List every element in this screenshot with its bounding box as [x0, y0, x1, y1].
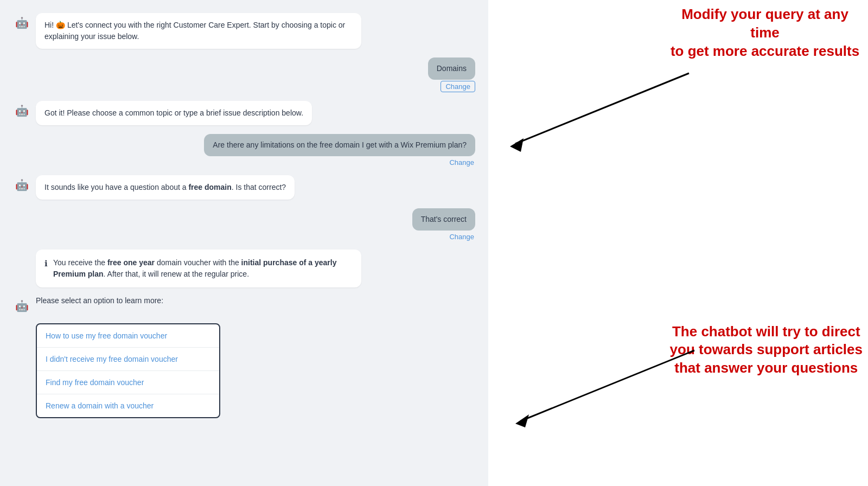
option-4[interactable]: Renew a domain with a voucher — [37, 394, 219, 417]
option-1[interactable]: How to use my free domain voucher — [37, 324, 219, 348]
user-message-question: Are there any limitations on the free do… — [13, 134, 475, 167]
annotation-1: Modify your query at any time to get mor… — [667, 5, 863, 60]
bot-bubble-1: Hi! 🎃 Let's connect you with the right C… — [36, 13, 361, 49]
change-link-correct[interactable]: Change — [449, 233, 474, 241]
annotation-1-line2: to get more accurate results — [671, 43, 859, 59]
arrow-2-svg — [488, 334, 722, 443]
info-text: You receive the free one year domain vou… — [53, 257, 353, 280]
svg-line-0 — [515, 73, 689, 144]
change-link-question[interactable]: Change — [449, 158, 474, 167]
annotation-1-line1: Modify your query at any time — [681, 6, 848, 41]
svg-marker-3 — [515, 414, 529, 427]
bot-bubble-2: Got it! Please choose a common topic or … — [36, 101, 312, 125]
bot-message-3: 🤖 It sounds like you have a question abo… — [13, 175, 475, 200]
bot-avatar-2: 🤖 — [13, 102, 30, 119]
bot-avatar-3: 🤖 — [13, 176, 30, 194]
bot-message-1: 🤖 Hi! 🎃 Let's connect you with the right… — [13, 13, 475, 49]
option-3[interactable]: Find my free domain voucher — [37, 371, 219, 394]
bot-avatar: 🤖 — [13, 14, 30, 31]
options-box: How to use my free domain voucher I didn… — [36, 323, 220, 418]
annotations-panel: Modify your query at any time to get mor… — [488, 0, 868, 486]
bot-row-label: 🤖 Please select an option to learn more: — [13, 296, 475, 315]
correct-text: That's correct — [421, 215, 467, 223]
bot-text-1: Hi! 🎃 Let's connect you with the right C… — [44, 21, 345, 41]
chat-area: 🤖 Hi! 🎃 Let's connect you with the right… — [0, 0, 488, 486]
user-message-correct: That's correct Change — [13, 208, 475, 241]
arrow-1-svg — [494, 68, 711, 155]
bot-avatar-4: 🤖 — [13, 297, 30, 315]
question-bubble: Are there any limitations on the free do… — [204, 134, 475, 156]
info-icon: ℹ — [44, 258, 48, 270]
svg-line-2 — [521, 350, 694, 421]
option-2[interactable]: I didn't receive my free domain voucher — [37, 348, 219, 371]
domains-text: Domains — [437, 64, 467, 73]
correct-bubble: That's correct — [412, 208, 475, 231]
user-message-domains: Domains Change — [13, 57, 475, 92]
bot-message-2: 🤖 Got it! Please choose a common topic o… — [13, 101, 475, 125]
info-bubble: ℹ You receive the free one year domain v… — [36, 250, 361, 287]
svg-marker-1 — [510, 138, 524, 152]
bot-text-2: Got it! Please choose a common topic or … — [44, 108, 303, 117]
question-text: Are there any limitations on the free do… — [213, 140, 467, 149]
domains-bubble: Domains — [428, 57, 475, 80]
bot-bubble-3: It sounds like you have a question about… — [36, 175, 295, 200]
change-button-domains[interactable]: Change — [441, 81, 475, 92]
options-label: Please select an option to learn more: — [36, 296, 163, 305]
